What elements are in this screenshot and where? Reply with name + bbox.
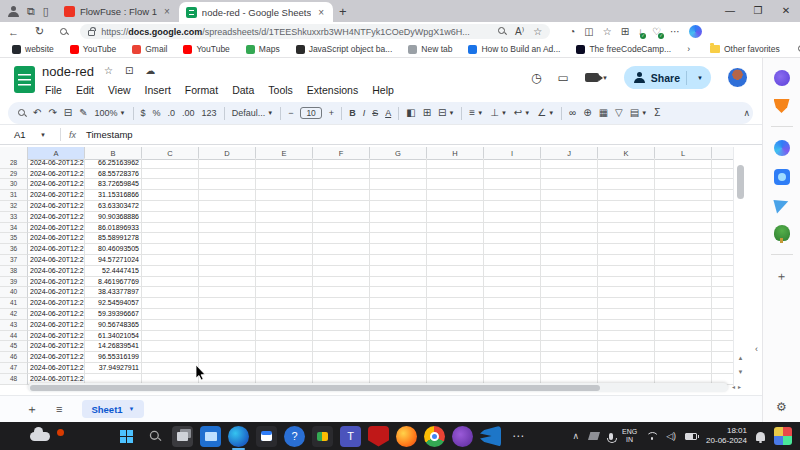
account-avatar[interactable] bbox=[727, 67, 748, 88]
cell-L37[interactable] bbox=[655, 255, 712, 266]
text-color-icon[interactable]: A bbox=[385, 109, 391, 118]
cell-K42[interactable] bbox=[598, 309, 655, 320]
dropdown-caret-icon[interactable]: ▼ bbox=[524, 110, 530, 116]
cell-L32[interactable] bbox=[655, 201, 712, 212]
cell-B28[interactable]: 66.25163962 bbox=[85, 158, 142, 169]
cell-I35[interactable] bbox=[484, 233, 541, 244]
cell-B42[interactable]: 59.39396667 bbox=[85, 309, 142, 320]
cell-A32[interactable]: 2024-06-20T12:2 bbox=[28, 201, 85, 212]
italic-icon[interactable]: I bbox=[363, 109, 366, 118]
collapse-toolbar-icon[interactable]: ∧ bbox=[743, 108, 750, 118]
cell-B44[interactable]: 61.34021054 bbox=[85, 331, 142, 342]
cell-J28[interactable] bbox=[541, 158, 598, 169]
cell-C31[interactable] bbox=[142, 190, 199, 201]
vertical-tabs-icon[interactable]: ▯ bbox=[43, 6, 49, 17]
paint-format-icon[interactable]: ✎ bbox=[79, 108, 87, 118]
cell-G43[interactable] bbox=[370, 320, 427, 331]
microsoft-store-icon[interactable] bbox=[256, 426, 277, 447]
cell-K40[interactable] bbox=[598, 287, 655, 298]
cell-L29[interactable] bbox=[655, 169, 712, 180]
text-wrap-icon[interactable]: ↩▼ bbox=[514, 108, 530, 118]
cell-K39[interactable] bbox=[598, 277, 655, 288]
row-header-40[interactable]: 40 bbox=[0, 287, 28, 298]
cell-A30[interactable]: 2024-06-20T12:2 bbox=[28, 179, 85, 190]
cell-C44[interactable] bbox=[142, 331, 199, 342]
cell-J37[interactable] bbox=[541, 255, 598, 266]
cell-I29[interactable] bbox=[484, 169, 541, 180]
cell-A45[interactable]: 2024-06-20T12:2 bbox=[28, 341, 85, 352]
cell-G28[interactable] bbox=[370, 158, 427, 169]
cell-G41[interactable] bbox=[370, 298, 427, 309]
start-button[interactable] bbox=[116, 426, 137, 447]
share-button[interactable]: Share ▼ bbox=[624, 66, 711, 89]
cell-F32[interactable] bbox=[313, 201, 370, 212]
cell-K38[interactable] bbox=[598, 266, 655, 277]
cell-I39[interactable] bbox=[484, 277, 541, 288]
cell-G32[interactable] bbox=[370, 201, 427, 212]
horizontal-align-icon[interactable]: ≡▼ bbox=[469, 108, 483, 118]
row-header-29[interactable]: 29 bbox=[0, 169, 28, 180]
cell-B47[interactable]: 37.94927911 bbox=[85, 363, 142, 374]
cell-D32[interactable] bbox=[199, 201, 256, 212]
cell-K33[interactable] bbox=[598, 212, 655, 223]
cell-H39[interactable] bbox=[427, 277, 484, 288]
row-header-44[interactable]: 44 bbox=[0, 331, 28, 342]
bookmark-item[interactable]: JavaScript object ba... bbox=[290, 44, 399, 54]
cell-G47[interactable] bbox=[370, 363, 427, 374]
tray-microphone-icon[interactable] bbox=[609, 433, 613, 440]
cell-L47[interactable] bbox=[655, 363, 712, 374]
row-header-46[interactable]: 46 bbox=[0, 352, 28, 363]
bookmark-item[interactable]: How to Build an Ad... bbox=[462, 44, 566, 54]
tab-google-sheets[interactable]: node-red - Google Sheets × bbox=[179, 2, 333, 22]
tab-flowfuse[interactable]: FlowFuse : Flow 1 × bbox=[57, 1, 179, 21]
cell-H40[interactable] bbox=[427, 287, 484, 298]
cell-L39[interactable] bbox=[655, 277, 712, 288]
cell-L36[interactable] bbox=[655, 244, 712, 255]
cell-E34[interactable] bbox=[256, 223, 313, 234]
cell-D30[interactable] bbox=[199, 179, 256, 190]
cell-K36[interactable] bbox=[598, 244, 655, 255]
cell-E42[interactable] bbox=[256, 309, 313, 320]
cell-B43[interactable]: 90.56748365 bbox=[85, 320, 142, 331]
row-header-36[interactable]: 36 bbox=[0, 244, 28, 255]
menu-format[interactable]: Format bbox=[178, 82, 225, 98]
cell-H33[interactable] bbox=[427, 212, 484, 223]
cell-J47[interactable] bbox=[541, 363, 598, 374]
insert-link-icon[interactable]: ∞ bbox=[569, 108, 576, 118]
bookmark-item[interactable]: Maps bbox=[240, 44, 286, 54]
cell-D40[interactable] bbox=[199, 287, 256, 298]
other-favorites-folder[interactable]: Other favorites bbox=[704, 44, 786, 54]
cell-K43[interactable] bbox=[598, 320, 655, 331]
cell-K47[interactable] bbox=[598, 363, 655, 374]
favorites-icon[interactable]: ☆ bbox=[603, 26, 612, 37]
scroll-left-right-icons[interactable]: ◂▸ bbox=[732, 383, 744, 390]
cell-A38[interactable]: 2024-06-20T12:2 bbox=[28, 266, 85, 277]
row-header-42[interactable]: 42 bbox=[0, 309, 28, 320]
cell-G34[interactable] bbox=[370, 223, 427, 234]
comments-icon[interactable]: ▭ bbox=[558, 71, 569, 85]
cell-G33[interactable] bbox=[370, 212, 427, 223]
cell-K41[interactable] bbox=[598, 298, 655, 309]
teams-icon[interactable]: T bbox=[340, 426, 361, 447]
row-header-41[interactable]: 41 bbox=[0, 298, 28, 309]
row-header-47[interactable]: 47 bbox=[0, 363, 28, 374]
cell-B29[interactable]: 68.55728376 bbox=[85, 169, 142, 180]
browser-essentials-icon[interactable]: ♡✓ bbox=[652, 26, 661, 37]
menu-edit[interactable]: Edit bbox=[69, 82, 101, 98]
cell-F38[interactable] bbox=[313, 266, 370, 277]
new-tab-button[interactable]: + bbox=[339, 4, 347, 19]
increase-font-size-icon[interactable]: + bbox=[329, 109, 334, 118]
copilot-sidebar-icon[interactable] bbox=[774, 140, 790, 156]
row-header-34[interactable]: 34 bbox=[0, 223, 28, 234]
cell-C33[interactable] bbox=[142, 212, 199, 223]
address-bar[interactable]: https://docs.google.com/spreadsheets/d/1… bbox=[80, 24, 550, 39]
font-icon[interactable]: Defaul...▼ bbox=[232, 109, 273, 118]
cell-C35[interactable] bbox=[142, 233, 199, 244]
cell-K37[interactable] bbox=[598, 255, 655, 266]
cell-E30[interactable] bbox=[256, 179, 313, 190]
cell-H44[interactable] bbox=[427, 331, 484, 342]
cell-C32[interactable] bbox=[142, 201, 199, 212]
all-sheets-button[interactable]: ≡ bbox=[56, 403, 62, 415]
cell-B32[interactable]: 63.63303472 bbox=[85, 201, 142, 212]
cell-L42[interactable] bbox=[655, 309, 712, 320]
